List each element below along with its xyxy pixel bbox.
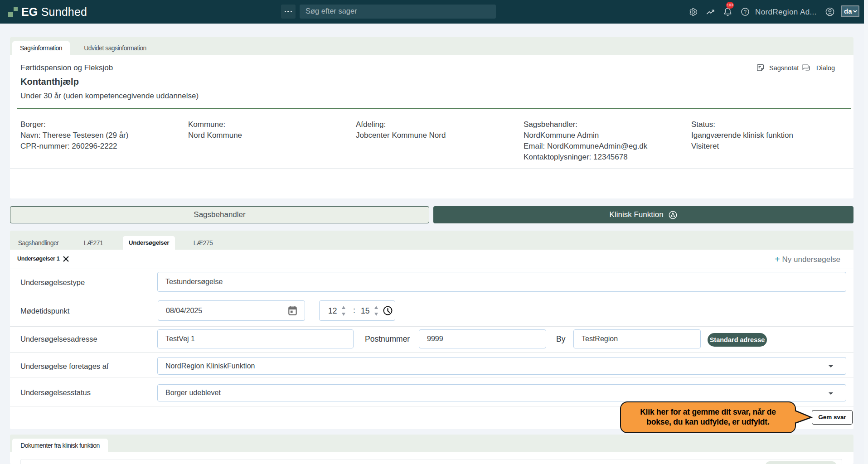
- svg-text:?: ?: [744, 9, 747, 14]
